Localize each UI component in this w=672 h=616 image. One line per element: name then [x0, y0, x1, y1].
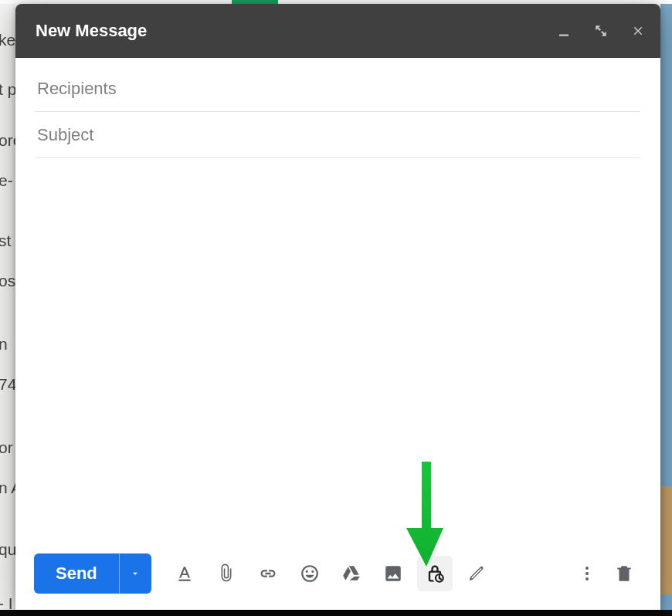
compose-toolbar: Send: [15, 537, 660, 610]
compose-window: New Message Send: [15, 4, 660, 610]
formatting-options-button[interactable]: [167, 556, 202, 591]
svg-point-4: [585, 572, 589, 575]
more-options-button[interactable]: [569, 556, 605, 591]
send-dropdown-button[interactable]: [119, 553, 151, 594]
subject-input[interactable]: [36, 124, 640, 146]
insert-drive-button[interactable]: [334, 556, 369, 591]
minimize-button[interactable]: [555, 22, 572, 39]
insert-signature-button[interactable]: [459, 556, 494, 591]
compose-body[interactable]: [15, 158, 660, 537]
recipients-input[interactable]: [36, 78, 640, 100]
send-button-group: Send: [34, 553, 151, 594]
attach-files-button[interactable]: [209, 556, 244, 591]
fullscreen-button[interactable]: [592, 22, 609, 39]
subject-row[interactable]: [36, 112, 640, 158]
svg-rect-1: [178, 580, 190, 581]
compose-titlebar: New Message: [15, 4, 660, 58]
close-button[interactable]: [630, 22, 647, 39]
compose-title: New Message: [36, 21, 555, 41]
confidential-mode-button[interactable]: [417, 556, 453, 591]
recipients-row[interactable]: [36, 66, 640, 112]
insert-link-button[interactable]: [250, 556, 286, 591]
compose-fields: [15, 58, 660, 158]
svg-point-5: [585, 577, 589, 580]
discard-draft-button[interactable]: [606, 556, 642, 591]
insert-emoji-button[interactable]: [292, 556, 328, 591]
svg-rect-0: [559, 35, 568, 36]
send-button[interactable]: Send: [34, 553, 119, 594]
insert-photo-button[interactable]: [375, 556, 411, 591]
svg-point-3: [585, 567, 589, 570]
